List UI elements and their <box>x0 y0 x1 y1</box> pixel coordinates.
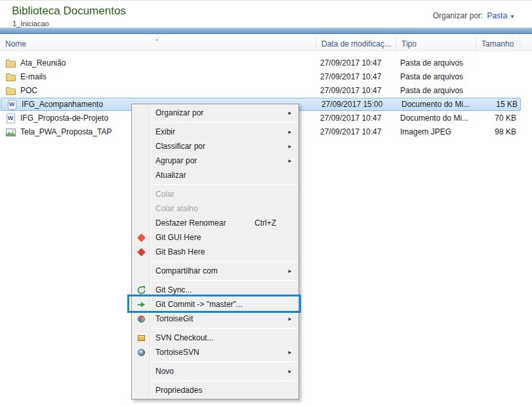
tortoisesvn-icon <box>136 347 146 357</box>
menu-item-label: TortoiseSVN <box>155 348 199 357</box>
library-title: Biblioteca Documentos <box>12 5 126 18</box>
file-type: Documento do Mi... <box>400 112 474 125</box>
menu-item-propriedades[interactable]: Propriedades <box>132 383 298 397</box>
menu-separator <box>152 361 297 362</box>
column-header-date[interactable]: Data de modificaç... <box>316 37 396 51</box>
file-name-cell: Ata_Reunião <box>5 56 308 70</box>
folder-icon <box>5 72 16 83</box>
menu-item-label: Classificar por <box>155 142 205 151</box>
file-type: Pasta de arquivos <box>400 56 474 70</box>
menu-item-git-bash-here[interactable]: Git Bash Here <box>132 245 298 259</box>
file-type: Pasta de arquivos <box>400 84 474 98</box>
menu-item-novo[interactable]: Novo ► <box>132 364 298 378</box>
menu-item-label: TortoiseGit <box>155 314 193 323</box>
file-date: 27/09/2017 10:47 <box>320 56 394 70</box>
arrange-by-label: Organizar por: <box>433 11 483 20</box>
menu-item-colar: Colar <box>132 187 298 201</box>
menu-separator <box>152 380 297 381</box>
file-size: 98 KB <box>467 125 516 139</box>
menu-item-label: SVN Checkout... <box>155 333 214 342</box>
submenu-arrow-icon: ► <box>287 316 293 322</box>
column-header-size-label: Tamanho <box>481 39 514 49</box>
library-location: 1_Iniciacao <box>12 20 49 28</box>
file-row[interactable]: POC 27/09/2017 10:47 Pasta de arquivos <box>0 84 522 98</box>
tortoisegit-icon <box>136 314 146 324</box>
menu-separator <box>152 122 297 123</box>
menu-separator <box>152 261 297 262</box>
menu-item-label: Colar <box>155 190 174 199</box>
menu-item-label: Atualizar <box>155 171 186 180</box>
file-size: 15 KB <box>468 98 518 111</box>
git-sync-icon <box>136 285 146 295</box>
file-name: POC <box>20 84 37 98</box>
menu-item-git-sync[interactable]: Git Sync... <box>132 283 298 297</box>
menu-item-classificar-por[interactable]: Classificar por ► <box>132 139 298 153</box>
menu-item-exibir[interactable]: Exibir ► <box>132 125 298 139</box>
file-date: 27/09/2017 10:47 <box>320 70 394 84</box>
submenu-arrow-icon: ► <box>287 110 293 116</box>
menu-item-label: Propriedades <box>155 386 202 395</box>
menu-item-label: Colar atalho <box>155 204 198 213</box>
file-name-cell: POC <box>5 84 308 98</box>
file-date: 27/09/2017 10:47 <box>320 84 394 98</box>
column-header-type-label: Tipo <box>401 39 417 49</box>
submenu-arrow-icon: ► <box>287 369 293 375</box>
file-name: IFG_Proposta-de-Projeto <box>20 112 108 125</box>
menu-item-colar-atalho: Colar atalho <box>132 201 298 216</box>
git-commit-icon <box>136 299 146 310</box>
menu-item-compartilhar-com[interactable]: Compartilhar com ► <box>132 264 298 278</box>
jpeg-image-icon <box>5 127 16 138</box>
submenu-arrow-icon: ► <box>287 158 293 164</box>
context-menu: Organizar por ► Exibir ► Classificar por… <box>131 104 299 399</box>
column-header-filler <box>520 37 532 51</box>
file-row[interactable]: E-mails 27/09/2017 10:47 Pasta de arquiv… <box>0 70 522 84</box>
submenu-arrow-icon: ► <box>287 268 293 274</box>
file-date: 27/09/2017 15:00 <box>321 98 395 111</box>
file-size: 70 KB <box>467 112 516 125</box>
menu-item-git-commit[interactable]: Git Commit -> "master"... <box>132 297 298 312</box>
file-date: 27/09/2017 10:47 <box>320 112 394 125</box>
menu-item-label: Novo <box>155 367 174 376</box>
file-name: Ata_Reunião <box>20 56 66 70</box>
file-name: E-mails <box>20 70 47 84</box>
file-type: Documento do Mi... <box>401 98 475 111</box>
file-name: Tela_PWA_Proposta_TAP <box>20 125 112 139</box>
menu-item-label: Git Commit -> "master"... <box>155 300 243 309</box>
folder-icon <box>5 58 16 69</box>
file-name-cell: E-mails <box>5 70 308 84</box>
file-row[interactable]: Ata_Reunião 27/09/2017 10:47 Pasta de ar… <box>0 56 522 70</box>
dropdown-arrow-icon: ▼ <box>510 14 515 20</box>
menu-item-tortoisesvn[interactable]: TortoiseSVN ► <box>132 345 298 359</box>
menu-item-organizar-por[interactable]: Organizar por ► <box>132 106 298 120</box>
word-document-icon: W <box>5 113 16 124</box>
menu-item-label: Git Sync... <box>155 285 192 294</box>
column-header-row: Nome Data de modificaç... Tipo Tamanho ▲ <box>0 37 532 51</box>
menu-item-label: Exibir <box>155 127 175 136</box>
menu-item-atualizar[interactable]: Atualizar <box>132 168 298 182</box>
column-header-size[interactable]: Tamanho <box>476 37 520 51</box>
submenu-arrow-icon: ► <box>287 144 293 150</box>
column-header-type[interactable]: Tipo <box>396 37 476 51</box>
sort-ascending-icon: ▲ <box>155 37 159 41</box>
menu-item-tortoisegit[interactable]: TortoiseGit ► <box>132 312 298 326</box>
menu-item-label: Git Bash Here <box>155 247 205 256</box>
git-bash-icon <box>136 247 146 257</box>
column-header-date-label: Data de modificaç... <box>321 39 391 49</box>
menu-item-label: Agrupar por <box>155 156 197 165</box>
file-type: Imagem JPEG <box>400 125 474 139</box>
menu-item-label: Git GUI Here <box>155 233 201 242</box>
arrange-by-value: Pasta <box>487 11 507 20</box>
menu-separator <box>152 328 297 329</box>
menu-item-svn-checkout[interactable]: SVN Checkout... <box>132 331 298 345</box>
arrange-by-dropdown[interactable]: Pasta▼ <box>487 11 515 20</box>
arrange-by: Organizar por:Pasta▼ <box>433 11 515 20</box>
menu-item-label: Desfazer Renomear <box>155 218 226 228</box>
word-document-icon: W <box>7 100 17 110</box>
menu-item-label: Organizar por <box>155 108 203 117</box>
menu-item-git-gui-here[interactable]: Git GUI Here <box>132 230 298 245</box>
submenu-arrow-icon: ► <box>287 129 293 135</box>
submenu-arrow-icon: ► <box>287 350 293 355</box>
menu-item-desfazer-renomear[interactable]: Desfazer Renomear Ctrl+Z <box>132 216 298 230</box>
menu-item-agrupar-por[interactable]: Agrupar por ► <box>132 153 298 168</box>
file-type: Pasta de arquivos <box>400 70 474 84</box>
